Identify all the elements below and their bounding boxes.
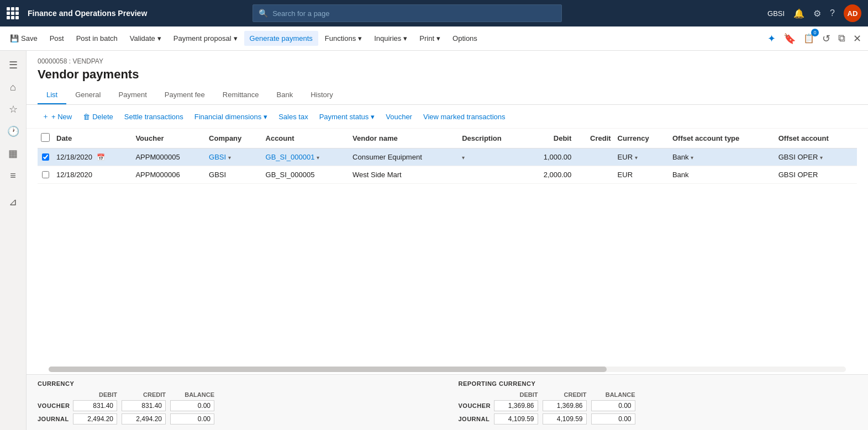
- sidebar-star-icon[interactable]: ☆: [3, 99, 23, 119]
- notification-count-icon[interactable]: 📋 0: [801, 31, 817, 46]
- cell-voucher: APPM000005: [132, 148, 206, 166]
- new-button[interactable]: ＋ + New: [38, 109, 76, 124]
- settings-icon[interactable]: ⚙: [813, 8, 821, 19]
- table-row[interactable]: 12/18/2020 📅 APPM000005 GBSI ▾ GB_SI_000…: [38, 148, 857, 166]
- payment-proposal-button[interactable]: Payment proposal ▾: [168, 31, 243, 46]
- col-header-company: Company: [206, 129, 262, 148]
- cell-offset-account-type[interactable]: Bank ▾: [669, 148, 775, 166]
- search-input[interactable]: [272, 9, 556, 18]
- currency-dropdown-icon[interactable]: ▾: [635, 155, 638, 161]
- cell-date: 12/18/2020: [53, 166, 132, 184]
- cell-offset-account: GBSI OPER: [775, 166, 857, 184]
- cell-voucher: APPM000006: [132, 166, 206, 184]
- delete-button[interactable]: 🗑 Delete: [78, 110, 118, 123]
- inquiries-button[interactable]: Inquiries ▾: [369, 31, 413, 46]
- cell-account[interactable]: GB_SI_000001 ▾: [262, 148, 350, 166]
- currency-voucher-label: VOUCHER: [38, 402, 69, 409]
- calendar-icon[interactable]: 📅: [97, 153, 105, 161]
- cell-credit: [575, 148, 614, 166]
- table-row[interactable]: 12/18/2020 APPM000006 GBSI GB_SI_000005 …: [38, 166, 857, 184]
- sales-tax-button[interactable]: Sales tax: [274, 110, 312, 123]
- functions-chevron-icon: ▾: [358, 34, 362, 43]
- financial-dimensions-button[interactable]: Financial dimensions ▾: [190, 110, 272, 123]
- cell-currency: EUR: [614, 166, 669, 184]
- currency-voucher-debit: 831.40: [73, 400, 117, 411]
- tab-remittance[interactable]: Remittance: [214, 86, 268, 104]
- description-dropdown-icon[interactable]: ▾: [462, 155, 465, 161]
- app-grid-icon[interactable]: [7, 7, 19, 19]
- horizontal-scrollbar-area[interactable]: [27, 364, 868, 374]
- offset-account-dropdown-icon[interactable]: ▾: [820, 155, 823, 161]
- payment-status-button[interactable]: Payment status ▾: [315, 110, 380, 123]
- notification-icon[interactable]: 🔔: [793, 8, 804, 19]
- sidebar-home-icon[interactable]: ⌂: [3, 77, 23, 97]
- delete-icon: 🗑: [83, 113, 90, 121]
- inquiries-chevron-icon: ▾: [403, 34, 407, 43]
- cell-vendor-name: West Side Mart: [349, 166, 459, 184]
- sidebar-list-icon[interactable]: ≡: [3, 166, 23, 185]
- offset-type-dropdown-icon[interactable]: ▾: [691, 155, 693, 161]
- cell-debit: 2,000.00: [525, 166, 575, 184]
- print-button[interactable]: Print ▾: [414, 31, 446, 46]
- currency-journal-balance: 0.00: [170, 413, 214, 424]
- scrollbar-track[interactable]: [49, 367, 846, 372]
- post-button[interactable]: Post: [44, 31, 70, 46]
- tab-payment-fee[interactable]: Payment fee: [156, 86, 214, 104]
- view-marked-button[interactable]: View marked transactions: [419, 110, 510, 123]
- scrollbar-thumb[interactable]: [49, 367, 607, 372]
- account-dropdown-icon[interactable]: ▾: [317, 155, 319, 161]
- post-batch-button[interactable]: Post in batch: [71, 31, 123, 46]
- cell-company[interactable]: GBSI ▾: [206, 148, 262, 166]
- row-checkbox[interactable]: [42, 171, 49, 178]
- reporting-journal-debit: 4,109.59: [494, 413, 538, 424]
- favorite-icon[interactable]: ✦: [765, 30, 778, 47]
- voucher-button[interactable]: Voucher: [381, 110, 417, 123]
- filter-icon[interactable]: ⊿: [3, 192, 23, 212]
- sidebar-recent-icon[interactable]: 🕐: [3, 121, 23, 141]
- financial-dims-chevron-icon: ▾: [264, 113, 267, 121]
- validate-button[interactable]: Validate ▾: [124, 31, 167, 46]
- refresh-icon[interactable]: ↺: [820, 30, 833, 47]
- currency-journal-row: JOURNAL 2,494.20 2,494.20 0.00: [38, 413, 436, 424]
- search-icon: 🔍: [259, 9, 268, 18]
- search-box[interactable]: 🔍: [252, 4, 562, 22]
- row-checkbox-cell[interactable]: [38, 148, 53, 166]
- open-new-icon[interactable]: ⧉: [836, 30, 848, 46]
- col-header-offset-account-type: Offset account type: [669, 129, 775, 148]
- settle-transactions-button[interactable]: Settle transactions: [120, 110, 188, 123]
- tab-list[interactable]: List: [38, 86, 66, 104]
- cell-vendor-name: Consumer Equipment: [349, 148, 459, 166]
- payments-table: Date Voucher Company Account Vendor name…: [38, 129, 857, 184]
- help-icon[interactable]: ?: [830, 8, 835, 18]
- cell-company: GBSI: [206, 166, 262, 184]
- row-checkbox-cell[interactable]: [38, 166, 53, 184]
- select-all-checkbox[interactable]: [41, 133, 50, 142]
- currency-credit-header: CREDIT: [122, 391, 166, 398]
- currency-journal-debit: 2,494.20: [73, 413, 117, 424]
- user-avatar[interactable]: AD: [844, 4, 861, 22]
- cell-offset-account[interactable]: GBSI OPER ▾: [775, 148, 857, 166]
- cell-description[interactable]: ▾: [459, 148, 525, 166]
- sidebar-grid-icon[interactable]: ▦: [3, 144, 23, 163]
- main-layout: ☰ ⌂ ☆ 🕐 ▦ ≡ ⊿ 00000058 : VENDPAY Vendor …: [0, 51, 868, 430]
- row-checkbox[interactable]: [42, 153, 49, 161]
- cell-currency[interactable]: EUR ▾: [614, 148, 669, 166]
- tab-payment[interactable]: Payment: [109, 86, 155, 104]
- options-button[interactable]: Options: [447, 31, 483, 46]
- app-title: Finance and Operations Preview: [28, 9, 147, 18]
- select-all-header[interactable]: [38, 129, 53, 148]
- bookmark-icon[interactable]: 🔖: [781, 30, 798, 47]
- currency-balance-header: BALANCE: [170, 391, 214, 398]
- functions-button[interactable]: Functions ▾: [319, 31, 367, 46]
- tab-history[interactable]: History: [302, 86, 341, 104]
- save-button[interactable]: 💾 Save: [4, 31, 43, 46]
- sidebar-menu-icon[interactable]: ☰: [3, 55, 23, 75]
- close-icon[interactable]: ✕: [851, 30, 864, 47]
- cell-debit: 1,000.00: [525, 148, 575, 166]
- tab-general[interactable]: General: [66, 86, 109, 104]
- tab-bank[interactable]: Bank: [268, 86, 302, 104]
- content-area: 00000058 : VENDPAY Vendor payments List …: [27, 51, 868, 430]
- generate-payments-button[interactable]: Generate payments: [244, 31, 318, 46]
- reporting-summary-title: REPORTING CURRENCY: [459, 380, 858, 387]
- company-dropdown-icon[interactable]: ▾: [228, 155, 231, 161]
